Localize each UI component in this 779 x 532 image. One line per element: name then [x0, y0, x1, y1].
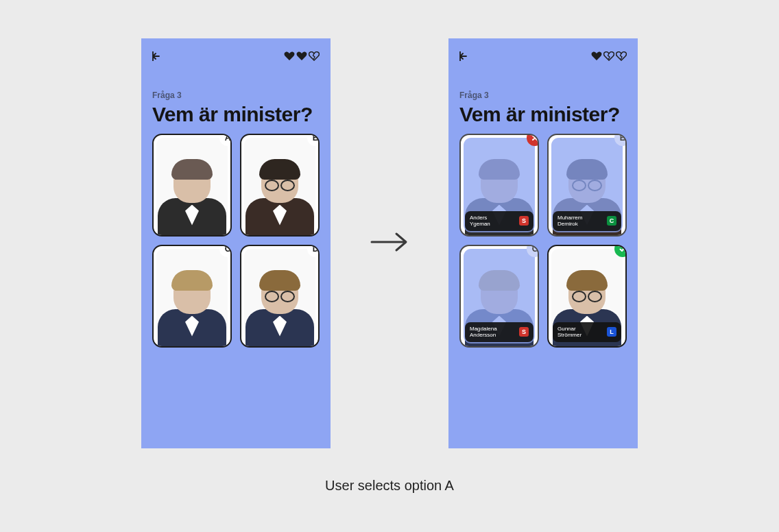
options-grid-after: AndersYgemanSBMuharremDemirokCCMagdalena… [459, 134, 627, 348]
question-title: Vem är minister? [152, 103, 320, 127]
person-name: MagdalenaAndersson [470, 326, 497, 338]
caption: User selects option A [0, 478, 779, 494]
heart-broken-icon [616, 51, 627, 61]
hearts-after [591, 51, 627, 61]
party-badge: S [519, 327, 529, 337]
person-name: GunnarStrömmer [558, 326, 582, 338]
heart-full-icon [284, 51, 295, 61]
topbar [459, 49, 627, 63]
options-grid-before: ABCD [152, 134, 320, 348]
option-card[interactable]: A [152, 134, 232, 237]
option-card[interactable]: B [240, 134, 320, 237]
back-button[interactable] [459, 51, 470, 61]
hearts-before [284, 51, 320, 61]
party-badge: C [607, 216, 616, 226]
topbar [152, 49, 320, 63]
portrait [244, 138, 315, 232]
name-bar: MagdalenaAnderssonS [465, 322, 534, 341]
person-name: MuharremDemirok [558, 215, 582, 227]
option-card[interactable]: C [152, 245, 232, 348]
portrait [156, 249, 228, 343]
name-bar: GunnarStrömmerL [553, 322, 621, 341]
heart-broken-icon [309, 51, 320, 61]
heart-broken-icon [603, 51, 614, 61]
option-card: BMuharremDemirokC [547, 134, 627, 237]
question-label: Fråga 3 [459, 90, 627, 100]
phone-screen-after: Fråga 3 Vem är minister? AndersYgemanSBM… [448, 38, 638, 448]
name-bar: MuharremDemirokC [553, 211, 621, 230]
person-name: AndersYgeman [470, 215, 490, 227]
arrow-right-icon [369, 228, 410, 258]
option-card: GunnarStrömmerL [547, 245, 627, 348]
option-card: AndersYgemanS [459, 134, 539, 237]
question-label: Fråga 3 [152, 90, 320, 100]
heart-full-icon [296, 51, 307, 61]
option-card: CMagdalenaAnderssonS [459, 245, 539, 348]
portrait [156, 138, 228, 232]
option-card[interactable]: D [240, 245, 320, 348]
heart-full-icon [591, 51, 602, 61]
party-badge: L [607, 327, 616, 337]
name-bar: AndersYgemanS [465, 211, 534, 230]
portrait [244, 249, 315, 343]
back-button[interactable] [152, 51, 163, 61]
phone-screen-before: Fråga 3 Vem är minister? ABCD [141, 38, 331, 448]
question-title: Vem är minister? [459, 103, 627, 127]
party-badge: S [519, 216, 529, 226]
